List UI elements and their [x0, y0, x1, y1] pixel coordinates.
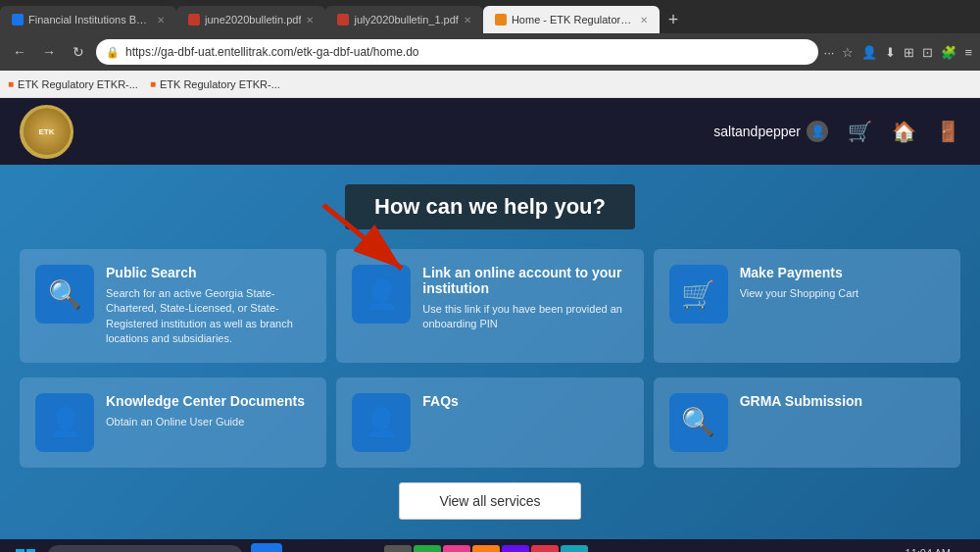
taskbar-right: 🌐 🔊 11:04 AM 08/14/2020 🔔: [854, 547, 972, 552]
forward-button[interactable]: →: [37, 40, 61, 64]
address-right-icons: ··· ☆ 👤 ⬇ ⊞ ⊡ 🧩 ≡: [824, 45, 972, 60]
bookmark-2-label: ETK Regulatory ETKR-...: [160, 78, 280, 90]
card-faqs-icon-box: 👤: [352, 393, 411, 452]
tab-1-label: Financial Institutions Bulletin - C...: [28, 14, 152, 25]
cart-icon: 🛒: [681, 278, 715, 311]
card-make-payments-icon-box: 🛒: [669, 265, 728, 324]
tab-2-favicon: [188, 14, 200, 25]
bookmark-1[interactable]: ■ ETK Regulatory ETKR-...: [8, 78, 138, 90]
tab-3-label: july2020bulletin_1.pdf: [354, 14, 458, 25]
card-link-account-desc: Use this link if you have been provided …: [422, 302, 627, 332]
card-knowledge-center[interactable]: 👤 Knowledge Center Documents Obtain an O…: [20, 377, 326, 468]
taskbar-search[interactable]: 🔍 Type here to search 🎙: [47, 545, 243, 552]
app-header: ETK saltandpepper 👤 🛒 🏠 🚪: [0, 98, 980, 165]
tab-3-favicon: [337, 14, 349, 25]
browser-chrome: Financial Institutions Bulletin - C... ✕…: [0, 0, 980, 98]
tab-4-close[interactable]: ✕: [640, 15, 648, 25]
view-all-services-button[interactable]: View all services: [399, 482, 580, 520]
tab-3-close[interactable]: ✕: [464, 15, 471, 25]
app-logo: ETK: [20, 105, 74, 159]
time-block: 11:04 AM 08/14/2020: [897, 547, 951, 552]
card-make-payments[interactable]: 🛒 Make Payments View your Shopping Cart: [654, 249, 960, 363]
cart-header-icon[interactable]: 🛒: [848, 120, 872, 143]
taskbar-excel[interactable]: X: [351, 543, 382, 552]
taskbar-app8[interactable]: [472, 545, 500, 552]
card-public-search-title: Public Search: [106, 265, 311, 280]
tab-2-label: june2020bulletin.pdf: [205, 14, 301, 25]
bookmark-2[interactable]: ■ ETK Regulatory ETKR-...: [150, 78, 280, 90]
card-grma-content: GRMA Submission: [740, 393, 945, 415]
logo-inner: ETK: [24, 108, 71, 155]
menu-icon[interactable]: ≡: [964, 45, 972, 60]
taskbar-word[interactable]: W: [318, 543, 349, 552]
cards-grid-row1: 🔍 Public Search Search for an active Geo…: [20, 249, 960, 363]
taskbar-app7[interactable]: [443, 545, 470, 552]
clock-time: 11:04 AM: [897, 547, 951, 552]
taskbar-app5[interactable]: [384, 545, 412, 552]
refresh-button[interactable]: ↻: [67, 40, 90, 64]
card-knowledge-center-icon-box: 👤: [35, 393, 94, 452]
taskbar-app6[interactable]: [414, 545, 441, 552]
cards-grid-row2: 👤 Knowledge Center Documents Obtain an O…: [20, 377, 960, 468]
tab-3[interactable]: july2020bulletin_1.pdf ✕: [325, 6, 482, 33]
taskbar-edge[interactable]: e: [251, 543, 282, 552]
card-public-search[interactable]: 🔍 Public Search Search for an active Geo…: [20, 249, 326, 363]
card-grma[interactable]: 🔍 GRMA Submission: [654, 377, 960, 468]
address-text: https://ga-dbf-uat.entellitrak.com/etk-g…: [125, 45, 419, 59]
bookmark-star[interactable]: ☆: [842, 45, 854, 60]
card-public-search-content: Public Search Search for an active Georg…: [106, 265, 311, 347]
card-make-payments-title: Make Payments: [740, 265, 945, 280]
card-knowledge-center-title: Knowledge Center Documents: [106, 393, 311, 409]
history-icon[interactable]: ⊞: [904, 45, 914, 60]
taskbar: 🔍 Type here to search 🎙 e e W X 🌐 🔊 11:0…: [0, 539, 980, 552]
view-all-btn-row: View all services: [20, 482, 960, 520]
taskbar-ie[interactable]: e: [284, 543, 316, 552]
username-label: saltandpepper: [713, 124, 801, 139]
tab-bar: Financial Institutions Bulletin - C... ✕…: [0, 0, 980, 33]
faqs-icon: 👤: [365, 406, 399, 438]
card-faqs-content: FAQs: [422, 393, 627, 415]
start-button[interactable]: [8, 541, 43, 552]
tab-sync-icon[interactable]: ⊡: [922, 45, 933, 60]
grma-icon: 🔍: [681, 406, 715, 438]
card-make-payments-desc: View your Shopping Cart: [740, 286, 945, 301]
extensions-icon[interactable]: 🧩: [941, 45, 956, 60]
card-grma-title: GRMA Submission: [740, 393, 945, 409]
header-right: saltandpepper 👤 🛒 🏠 🚪: [713, 120, 960, 143]
download-icon[interactable]: ⬇: [885, 45, 896, 60]
card-knowledge-center-desc: Obtain an Online User Guide: [106, 415, 311, 429]
tab-1-close[interactable]: ✕: [157, 15, 165, 25]
logo-text: ETK: [39, 127, 55, 136]
user-avatar[interactable]: 👤: [807, 121, 828, 142]
knowledge-icon: 👤: [48, 406, 82, 438]
windows-icon: [16, 549, 35, 552]
address-bar-row: ← → ↻ 🔒 https://ga-dbf-uat.entellitrak.c…: [0, 33, 980, 71]
bookmarks-bar: ■ ETK Regulatory ETKR-... ■ ETK Regulato…: [0, 71, 980, 98]
tab-2[interactable]: june2020bulletin.pdf ✕: [176, 6, 325, 33]
taskbar-apps: e e W X: [251, 543, 588, 552]
lock-icon: 🔒: [106, 46, 120, 59]
home-header-icon[interactable]: 🏠: [892, 120, 916, 143]
taskbar-app9[interactable]: [502, 545, 529, 552]
taskbar-app10[interactable]: [531, 545, 559, 552]
tab-1-favicon: [12, 14, 24, 25]
taskbar-app11[interactable]: [561, 545, 588, 552]
card-knowledge-center-content: Knowledge Center Documents Obtain an Onl…: [106, 393, 311, 429]
logout-header-icon[interactable]: 🚪: [936, 120, 960, 143]
red-arrow: [304, 195, 441, 283]
more-button[interactable]: ···: [824, 45, 835, 60]
card-faqs-title: FAQs: [422, 393, 627, 409]
svg-line-1: [323, 205, 402, 269]
card-faqs[interactable]: 👤 FAQs: [336, 377, 643, 468]
new-tab-button[interactable]: +: [660, 6, 687, 33]
profile-icon[interactable]: 👤: [861, 45, 877, 60]
tab-1[interactable]: Financial Institutions Bulletin - C... ✕: [0, 6, 176, 33]
bookmark-1-label: ETK Regulatory ETKR-...: [18, 78, 138, 90]
tab-2-close[interactable]: ✕: [306, 15, 314, 25]
address-box[interactable]: 🔒 https://ga-dbf-uat.entellitrak.com/etk…: [96, 39, 818, 65]
card-link-account-title: Link an online account to your instituti…: [422, 265, 627, 296]
back-button[interactable]: ←: [8, 40, 31, 64]
header-user: saltandpepper 👤: [713, 121, 828, 142]
tab-4[interactable]: Home - ETK Regulatory ETKR-... ✕: [483, 6, 660, 33]
hero-section: How can we help you?: [20, 184, 960, 229]
